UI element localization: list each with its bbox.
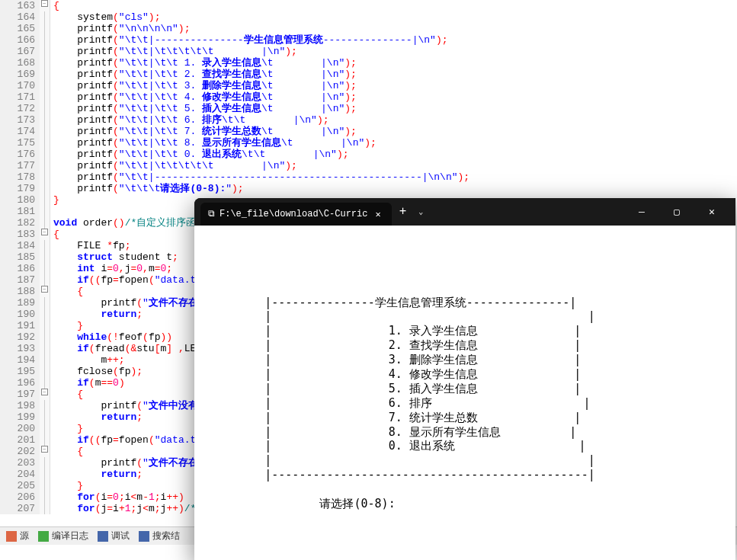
status-debug[interactable]: 调试 — [95, 530, 133, 542]
fold-toggle[interactable]: − — [41, 229, 48, 235]
maximize-button[interactable]: ▢ — [659, 200, 694, 224]
line-number-gutter: 1631641651661671681691701711721731741751… — [0, 0, 40, 514]
tab-dropdown-icon[interactable]: ⌄ — [414, 207, 428, 216]
terminal-tab-title: F:\e_file\download\C-Curric — [219, 209, 367, 219]
terminal-titlebar[interactable]: ⧉ F:\e_file\download\C-Curric ✕ + ⌄ — ▢ … — [194, 198, 735, 226]
terminal-window[interactable]: ⧉ F:\e_file\download\C-Curric ✕ + ⌄ — ▢ … — [194, 198, 735, 560]
status-source[interactable]: 源 — [3, 530, 32, 542]
status-source-label: 源 — [20, 530, 29, 542]
fold-toggle[interactable]: − — [41, 286, 48, 293]
close-icon[interactable]: ✕ — [372, 209, 383, 220]
fold-toggle[interactable]: − — [41, 446, 48, 453]
status-search-label: 搜索结 — [152, 530, 180, 542]
fold-column[interactable]: −−−−− — [40, 0, 50, 514]
fold-toggle[interactable]: − — [41, 389, 48, 395]
minimize-button[interactable]: — — [624, 200, 659, 224]
fold-toggle[interactable]: − — [41, 0, 48, 7]
status-search[interactable]: 搜索结 — [136, 530, 183, 542]
status-compile-label: 编译日志 — [52, 530, 88, 542]
status-debug-label: 调试 — [111, 530, 130, 542]
close-button[interactable]: ✕ — [694, 200, 729, 224]
window-controls: — ▢ ✕ — [624, 200, 729, 224]
terminal-output[interactable]: |---------------学生信息管理系统---------------|… — [194, 226, 735, 560]
terminal-icon: ⧉ — [208, 209, 215, 219]
terminal-tab[interactable]: ⧉ F:\e_file\download\C-Curric ✕ — [200, 203, 392, 226]
new-tab-button[interactable]: + — [392, 205, 415, 219]
status-compile-log[interactable]: 编译日志 — [35, 530, 91, 542]
